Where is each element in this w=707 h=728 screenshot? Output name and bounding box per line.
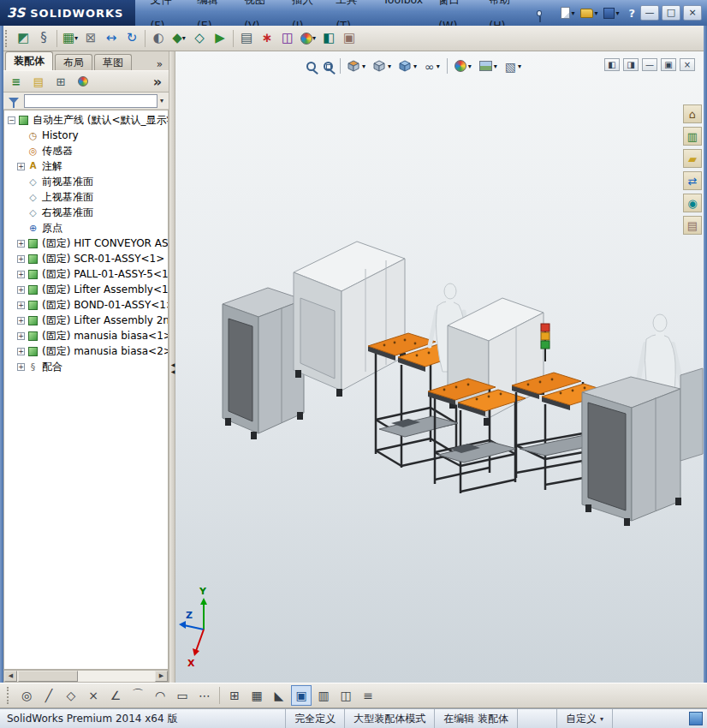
hide-show-items-icon[interactable]: ▾ xyxy=(422,57,443,75)
grid-system-icon[interactable]: ▦ xyxy=(247,685,267,706)
split-pane-left-icon[interactable]: ◧ xyxy=(604,58,620,71)
tree-item[interactable]: +(固定) manusia biasa<2> xyxy=(4,343,168,359)
move-component-icon[interactable] xyxy=(101,28,122,49)
tree-item[interactable]: +(固定) Lifter Assembly<1> xyxy=(4,282,168,297)
rotate-component-icon[interactable] xyxy=(122,28,142,49)
toolbar-grip[interactable] xyxy=(5,30,9,47)
trim-icon[interactable]: × xyxy=(83,685,104,706)
save-document-button[interactable]: ▾ xyxy=(602,7,621,20)
section-view-icon[interactable]: ▾ xyxy=(345,57,368,75)
solidworks-resources-icon[interactable] xyxy=(683,104,702,123)
minimize-button[interactable]: — xyxy=(640,5,659,21)
arc-icon[interactable]: ⌒ xyxy=(128,685,148,706)
tree-item-mates[interactable]: +配合 xyxy=(4,359,168,374)
model-right-cabinet[interactable] xyxy=(582,377,681,526)
help-button[interactable]: ? xyxy=(623,7,640,20)
panel-splitter[interactable]: ◀◀ xyxy=(169,51,175,683)
new-motion-study-icon[interactable] xyxy=(210,28,230,49)
search-results-icon[interactable] xyxy=(683,171,702,190)
doc-restore-icon[interactable]: ▣ xyxy=(661,58,676,71)
tree-item[interactable]: History xyxy=(4,128,168,143)
mate-icon[interactable] xyxy=(33,28,54,49)
mirror-entities-icon[interactable]: ◣ xyxy=(269,685,289,706)
table-icon[interactable]: ▥ xyxy=(313,685,334,706)
zoom-to-fit-icon[interactable] xyxy=(304,57,318,75)
tab-overflow-icon[interactable] xyxy=(152,58,167,70)
model-machine-1[interactable] xyxy=(294,242,406,397)
maximize-button[interactable]: □ xyxy=(662,5,680,21)
tab-assembly[interactable]: 装配体 xyxy=(5,51,53,70)
expand-icon[interactable]: + xyxy=(16,363,26,371)
appearances-scenes-icon[interactable] xyxy=(683,216,702,235)
polygon-icon[interactable]: ◇ xyxy=(61,685,81,706)
expand-icon[interactable]: + xyxy=(16,286,26,294)
toolbar-grip[interactable] xyxy=(7,687,10,704)
display-style-icon[interactable]: ▾ xyxy=(396,57,419,75)
view-orientation-icon[interactable]: ▾ xyxy=(371,57,394,75)
select-icon[interactable]: ◎ xyxy=(16,685,37,706)
rectangle-icon[interactable]: ▭ xyxy=(172,685,193,706)
tree-item[interactable]: +(固定) Lifter Assembly 2nd xyxy=(4,313,168,328)
close-button[interactable]: × xyxy=(683,5,702,21)
displaymanager-icon[interactable] xyxy=(74,72,92,91)
view-palette-icon[interactable] xyxy=(683,194,702,212)
expand-icon[interactable]: + xyxy=(16,332,26,340)
zoom-to-area-icon[interactable] xyxy=(321,57,336,75)
tree-item[interactable]: +(固定) SCR-01-ASSY<1> (默 xyxy=(4,251,168,266)
expand-icon[interactable]: + xyxy=(16,301,26,309)
interference-detection-icon[interactable] xyxy=(277,28,298,49)
tree-item[interactable]: +(固定) manusia biasa<1> ( xyxy=(4,328,168,343)
section-view-icon[interactable] xyxy=(318,28,339,49)
linear-sketch-pattern-icon[interactable]: ⊞ xyxy=(224,685,245,706)
new-document-button[interactable]: ▾ xyxy=(559,6,576,20)
filter-input[interactable] xyxy=(24,94,157,108)
scroll-left-icon[interactable]: ◀ xyxy=(4,671,17,682)
tangent-arc-icon[interactable]: ◠ xyxy=(150,685,170,706)
expand-icon[interactable]: + xyxy=(16,348,26,355)
line-icon[interactable]: ╱ xyxy=(39,685,59,706)
reference-geometry-icon[interactable] xyxy=(189,28,210,49)
open-document-button[interactable]: ▾ xyxy=(579,8,599,19)
custom-units-selector[interactable]: 自定义▾ xyxy=(556,709,612,728)
featuremanager-tree-icon[interactable] xyxy=(7,72,26,91)
tab-layout[interactable]: 布局 xyxy=(55,54,92,70)
assembly-features-icon[interactable]: ▾ xyxy=(169,28,189,49)
expand-icon[interactable]: − xyxy=(7,116,16,124)
tree-item[interactable]: 原点 xyxy=(4,220,168,236)
point-icon[interactable]: ⋯ xyxy=(194,685,215,706)
graphics-area[interactable]: Y Z X ▾ ▾ ▾ ▾ ▾ ▾ ▾ xyxy=(175,51,704,683)
view-settings-icon[interactable]: ▾ xyxy=(502,57,524,75)
doc-minimize-icon[interactable]: — xyxy=(642,58,657,71)
menu-pin-icon[interactable] xyxy=(537,10,543,16)
configurationmanager-icon[interactable] xyxy=(51,72,70,91)
edit-appearance-icon[interactable]: ▾ xyxy=(298,28,318,49)
linear-component-pattern-icon[interactable]: ▾ xyxy=(60,28,80,49)
scroll-right-icon[interactable]: ▶ xyxy=(155,671,168,682)
angle-dimension-icon[interactable]: ∠ xyxy=(105,685,126,706)
model-right-panel[interactable] xyxy=(680,368,703,461)
expand-icon[interactable]: + xyxy=(16,317,26,325)
tree-item[interactable]: +注解 xyxy=(4,158,168,174)
propertymanager-icon[interactable] xyxy=(29,72,48,91)
apply-scene-icon[interactable]: ▾ xyxy=(477,57,500,75)
panel-overflow-icon[interactable] xyxy=(153,74,165,90)
doc-close-icon[interactable]: × xyxy=(680,58,695,71)
tree-item[interactable]: +(固定) HIT CONVEYOR ASSY< xyxy=(4,236,168,251)
design-library-icon[interactable] xyxy=(683,127,702,146)
expand-icon[interactable]: + xyxy=(16,271,26,278)
tree-item[interactable]: 上视基准面 xyxy=(4,189,168,205)
display-relations-icon[interactable]: ≡ xyxy=(358,685,378,706)
tree-item[interactable]: 前视基准面 xyxy=(4,174,168,189)
assembly-3d-model[interactable]: Y Z X xyxy=(175,51,704,683)
expand-icon[interactable]: + xyxy=(16,255,26,263)
split-pane-right-icon[interactable]: ◨ xyxy=(623,58,639,71)
show-hidden-components-icon[interactable] xyxy=(148,28,169,49)
bill-of-materials-icon[interactable] xyxy=(236,28,257,49)
model-left-cabinet[interactable] xyxy=(223,288,304,439)
expand-icon[interactable]: + xyxy=(16,163,26,170)
tree-item[interactable]: 传感器 xyxy=(4,143,168,158)
statusbar-tool-icon[interactable] xyxy=(689,712,703,725)
edit-appearance-icon[interactable]: ▾ xyxy=(452,57,474,75)
filter-dropdown-icon[interactable]: ▾ xyxy=(160,97,166,104)
normal-to-icon[interactable]: ▣ xyxy=(291,685,312,706)
